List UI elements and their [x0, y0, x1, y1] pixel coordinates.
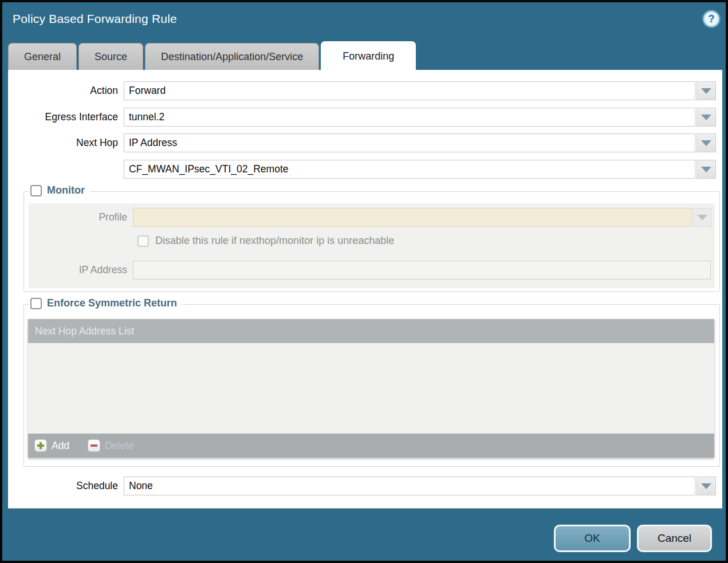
help-glyph: ? [709, 13, 715, 25]
profile-label: Profile [29, 208, 133, 227]
ok-button[interactable]: OK [554, 525, 631, 552]
dialog-footer: OK Cancel [2, 509, 726, 561]
action-label: Action [8, 81, 124, 100]
next-hop-label: Next Hop [8, 133, 124, 152]
profile-row: Profile [29, 208, 712, 227]
chevron-down-icon [701, 115, 711, 120]
help-icon[interactable]: ? [703, 11, 719, 27]
egress-interface-label: Egress Interface [8, 108, 124, 127]
symmetric-return-legend: Enforce Symmetric Return [29, 297, 182, 309]
disable-rule-label: Disable this rule if nexthop/monitor ip … [155, 235, 394, 247]
tab-bar: General Source Destination/Application/S… [8, 41, 720, 70]
next-hop-dropdown-button[interactable] [696, 133, 716, 152]
chevron-down-icon [701, 88, 711, 94]
next-hop-row: Next Hop IP Address [8, 133, 716, 152]
egress-interface-select[interactable]: tunnel.2 [124, 108, 695, 127]
next-hop-address-label-spacer [8, 160, 124, 179]
monitor-ip-address-input [133, 261, 711, 279]
add-button-label: Add [52, 440, 69, 452]
action-dropdown-button[interactable] [696, 81, 716, 100]
symmetric-return-checkbox[interactable] [30, 298, 42, 309]
profile-dropdown-button [692, 208, 712, 227]
next-hop-address-list-column-header[interactable]: Next Hop Address List [28, 319, 714, 343]
symmetric-return-legend-label: Enforce Symmetric Return [47, 297, 177, 309]
symmetric-return-fieldset: Enforce Symmetric Return Next Hop Addres… [23, 304, 720, 467]
cancel-button[interactable]: Cancel [637, 525, 712, 552]
profile-select [133, 208, 691, 227]
next-hop-address-table: Next Hop Address List Add Delete [28, 319, 714, 458]
delete-button-label: Delete [105, 440, 134, 452]
dialog-title: Policy Based Forwarding Rule [13, 12, 177, 26]
chevron-down-icon [701, 167, 711, 172]
minus-icon [88, 439, 100, 452]
chevron-down-icon [697, 215, 707, 221]
forwarding-tab-panel: Action Forward Egress Interface tunnel.2… [8, 70, 722, 509]
tab-forwarding[interactable]: Forwarding [321, 41, 416, 70]
action-select[interactable]: Forward [124, 81, 695, 100]
monitor-legend-label: Monitor [47, 184, 85, 196]
policy-based-forwarding-dialog: Policy Based Forwarding Rule ? General S… [0, 0, 728, 563]
delete-button: Delete [88, 439, 134, 452]
tab-source[interactable]: Source [78, 43, 143, 70]
egress-interface-dropdown-button[interactable] [696, 108, 716, 127]
monitor-fieldset: Monitor Profile Disable this rule if nex… [23, 191, 720, 292]
schedule-select[interactable]: None [124, 477, 695, 495]
add-button[interactable]: Add [34, 439, 69, 452]
chevron-down-icon [701, 483, 711, 489]
monitor-ip-address-row: IP Address [29, 261, 711, 279]
monitor-checkbox[interactable] [30, 185, 42, 196]
chevron-down-icon [701, 140, 711, 146]
tab-general[interactable]: General [8, 43, 77, 70]
plus-icon [34, 439, 47, 452]
schedule-label: Schedule [8, 477, 124, 495]
tab-destination-application-service[interactable]: Destination/Application/Service [145, 43, 319, 70]
next-hop-address-row: CF_MWAN_IPsec_VTI_02_Remote [8, 160, 716, 179]
next-hop-address-table-body[interactable] [28, 343, 714, 434]
schedule-dropdown-button[interactable] [696, 477, 716, 495]
disable-rule-checkbox [137, 235, 149, 247]
egress-interface-row: Egress Interface tunnel.2 [8, 108, 716, 127]
monitor-legend: Monitor [29, 184, 90, 196]
monitor-section-body: Profile Disable this rule if nexthop/mon… [29, 203, 715, 288]
next-hop-address-table-toolbar: Add Delete [28, 434, 714, 458]
disable-rule-row: Disable this rule if nexthop/monitor ip … [137, 235, 394, 247]
schedule-row: Schedule None [8, 477, 716, 495]
next-hop-address-dropdown-button[interactable] [696, 160, 716, 179]
monitor-ip-address-label: IP Address [29, 261, 133, 279]
next-hop-address-select[interactable]: CF_MWAN_IPsec_VTI_02_Remote [124, 160, 695, 179]
action-row: Action Forward [8, 81, 716, 100]
next-hop-type-select[interactable]: IP Address [124, 133, 695, 152]
